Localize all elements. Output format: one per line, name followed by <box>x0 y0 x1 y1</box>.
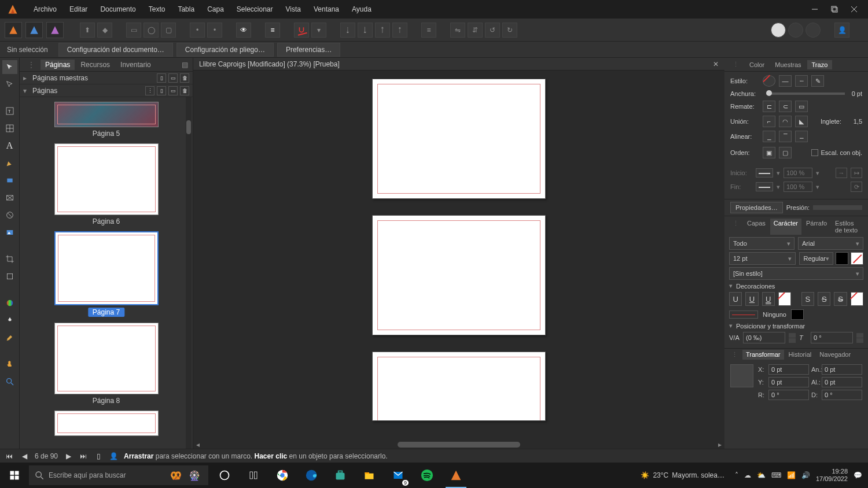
node-tool-icon[interactable] <box>2 77 17 91</box>
page-thumb-8[interactable] <box>54 323 159 394</box>
task-view-button[interactable] <box>211 463 238 488</box>
toolbar-arr-front[interactable]: ⭫ <box>392 23 407 38</box>
toolbar-arr-backone[interactable]: ⭣ <box>358 23 373 38</box>
notification-center-icon[interactable]: 💬 <box>854 471 862 479</box>
document-setup-button[interactable]: Configuración del documento… <box>58 43 173 57</box>
menu-texto[interactable]: Texto <box>143 3 171 16</box>
tab-transformar[interactable]: Transformar <box>742 350 784 360</box>
page-opts-icon[interactable]: ⋮ <box>145 86 155 95</box>
toolbar-boolean-add-icon[interactable] <box>771 23 786 38</box>
maximize-button[interactable] <box>826 2 843 16</box>
explorer-app[interactable] <box>355 463 383 488</box>
seasonal-icon-1[interactable]: 🥨 <box>168 467 184 483</box>
toolbar-baseline-icon[interactable]: ≡ <box>265 23 280 38</box>
canvas[interactable] <box>193 71 724 441</box>
position-transform-header[interactable]: Posicionar y transformar <box>736 323 805 330</box>
persona-designer-icon[interactable] <box>25 22 43 38</box>
preferences-button[interactable]: Preferencias… <box>277 43 340 57</box>
tw-input[interactable]: 0 pt <box>822 364 862 375</box>
move-tool-icon[interactable] <box>2 60 17 74</box>
color-picker-tool-icon[interactable] <box>2 331 17 345</box>
menu-ayuda[interactable]: Ayuda <box>346 3 377 16</box>
menu-ventana[interactable]: Ventana <box>308 3 345 16</box>
master-trash-icon[interactable]: 🗑 <box>180 73 189 83</box>
strike-none-button[interactable]: S <box>801 292 814 306</box>
decor-line-swatch[interactable] <box>791 309 804 320</box>
document-tab[interactable]: Llibre Caproigs [Modificado] (37.3%) [Pr… <box>193 58 724 71</box>
pages-header[interactable]: ▾Páginas ⋮ ▯ ▭ 🗑 <box>20 84 193 97</box>
kerning-spinner[interactable] <box>789 333 796 343</box>
page-thumb-5[interactable] <box>54 102 159 127</box>
spread-setup-button[interactable]: Configuración de pliego… <box>176 43 274 57</box>
toolbar-snap-caret[interactable]: ▾ <box>311 23 326 38</box>
seasonal-icon-2[interactable]: 🎡 <box>186 467 203 483</box>
toolbar-rotl-icon[interactable]: ↺ <box>485 23 500 38</box>
align-inside-icon[interactable]: ⎺ <box>779 131 792 142</box>
miter-value[interactable]: 1,5 <box>845 118 862 125</box>
ty-input[interactable]: 0 pt <box>768 377 809 387</box>
tray-wifi-icon[interactable]: 📶 <box>787 471 796 479</box>
toolbar-snap-icon[interactable] <box>294 23 309 38</box>
tx-input[interactable]: 0 pt <box>768 364 809 375</box>
zoom-tool-icon[interactable] <box>2 375 17 389</box>
toolbar-shape-ellipse-icon[interactable]: ◯ <box>144 23 159 38</box>
taskbar-search[interactable]: Escribe aquí para buscar 🥨 🎡 <box>29 465 208 485</box>
table-tool-icon[interactable] <box>2 121 17 135</box>
toolbar-rotr-icon[interactable]: ↻ <box>502 23 517 38</box>
strike-single-button[interactable]: S <box>818 292 830 306</box>
edge-app[interactable] <box>297 463 325 488</box>
shear-input[interactable]: 0 ° <box>811 332 853 343</box>
toolbar-anchor-1[interactable]: • <box>190 23 205 38</box>
toolbar-arr-back[interactable]: ⭭ <box>340 23 355 38</box>
transform-anchor-grid[interactable] <box>730 364 753 387</box>
pressure-curve[interactable] <box>813 205 862 210</box>
crop-tool-icon[interactable] <box>2 269 17 283</box>
strike-double-button[interactable]: S <box>834 292 847 306</box>
decor-line-preview[interactable] <box>729 310 758 319</box>
stroke-style-dash-icon[interactable]: ┄ <box>795 75 808 87</box>
stroke-style-brush-icon[interactable]: ✎ <box>811 75 824 87</box>
stroke-style-none-icon[interactable] <box>763 75 775 87</box>
persona-publisher-icon[interactable] <box>5 22 22 38</box>
prev-page-button[interactable]: ◀ <box>20 452 29 461</box>
underline-single-button[interactable]: U <box>745 292 758 306</box>
underline-none-button[interactable]: U <box>729 292 742 306</box>
tab-color[interactable]: Color <box>745 60 769 69</box>
stroke-width-slider[interactable] <box>766 93 845 95</box>
join-round-icon[interactable]: ◠ <box>779 116 792 127</box>
align-outside-icon[interactable]: ⎽ <box>795 131 808 142</box>
stroke-style-solid-icon[interactable]: — <box>779 75 792 87</box>
char-scope-select[interactable]: Todo▾ <box>729 237 795 250</box>
text-stroke-swatch[interactable] <box>851 252 863 265</box>
tr-input[interactable]: 0 ° <box>768 390 809 400</box>
td-input[interactable]: 0 ° <box>822 390 862 400</box>
toolbar-btn-1[interactable]: ⬆ <box>80 23 95 38</box>
pen-tool-icon[interactable] <box>2 156 17 170</box>
asset-tool-icon[interactable] <box>2 208 17 222</box>
tab-trazo[interactable]: Trazo <box>807 60 833 69</box>
menu-tabla[interactable]: Tabla <box>172 3 200 16</box>
pages-thumbnails[interactable]: Página 5 Página 6 Página 7 Página 8 <box>20 97 193 449</box>
order-front-icon[interactable]: ▢ <box>779 147 792 158</box>
menu-editar[interactable]: Editar <box>64 3 93 16</box>
masters-header[interactable]: ▸Páginas maestras ▯ ▭ 🗑 <box>20 72 193 84</box>
master-double-icon[interactable]: ▭ <box>168 73 178 83</box>
tab-caracter[interactable]: Carácter <box>770 219 801 235</box>
cortana-button[interactable] <box>240 463 267 488</box>
art-text-tool-icon[interactable]: A <box>2 139 17 153</box>
first-page-button[interactable]: ⏮ <box>5 452 14 461</box>
toolbar-btn-2[interactable]: ◆ <box>97 23 112 38</box>
order-behind-icon[interactable]: ▣ <box>763 147 775 158</box>
page-thumb-6[interactable] <box>54 143 159 215</box>
menu-vista[interactable]: Vista <box>280 3 307 16</box>
cap-butt-icon[interactable]: ⊏ <box>763 101 775 112</box>
font-size-select[interactable]: 12 pt▾ <box>729 252 796 265</box>
page-single-icon[interactable]: ▯ <box>157 86 166 95</box>
shear-spinner[interactable] <box>856 333 863 343</box>
underline-color-none-icon[interactable] <box>778 292 791 306</box>
tab-navegador[interactable]: Navegador <box>816 350 854 360</box>
tab-muestras[interactable]: Muestras <box>770 60 806 69</box>
tab-inventario[interactable]: Inventario <box>116 60 156 70</box>
next-page-button[interactable]: ▶ <box>64 452 73 461</box>
persona-photo-icon[interactable] <box>46 22 64 38</box>
